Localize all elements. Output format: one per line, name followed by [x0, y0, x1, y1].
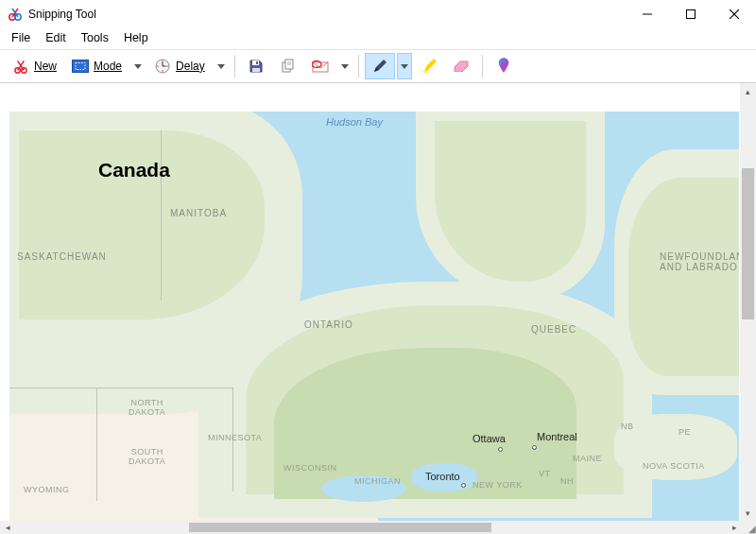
mode-button[interactable]: Mode [65, 53, 129, 79]
toolbar-sep-3 [482, 55, 483, 78]
map-nh-label: NH [560, 476, 574, 486]
svg-rect-22 [252, 68, 260, 72]
new-label: New [34, 60, 57, 73]
window-controls [626, 0, 756, 28]
city-toronto-label: Toronto [425, 471, 460, 482]
city-dot-toronto [461, 483, 466, 488]
mode-label: Mode [94, 60, 122, 73]
mode-icon [72, 58, 89, 75]
map-maine-label: MAINE [573, 454, 602, 463]
scroll-up-icon[interactable]: ▴ [740, 83, 756, 99]
copy-icon [280, 58, 297, 75]
scissors-icon [12, 58, 29, 75]
window-title: Snipping Tool [28, 8, 96, 21]
scroll-right-icon[interactable]: ▸ [727, 521, 743, 534]
mode-dropdown[interactable] [130, 53, 146, 79]
close-button[interactable] [713, 0, 756, 28]
send-button[interactable] [305, 53, 335, 79]
svg-point-17 [162, 60, 163, 61]
toolbar: New Mode Delay [0, 49, 756, 83]
map-hudson-label: Hudson Bay [326, 116, 383, 128]
save-icon [248, 58, 265, 75]
map-vt-label: VT [539, 469, 551, 478]
svg-rect-23 [256, 61, 258, 64]
map-ontario-label: ONTARIO [304, 319, 353, 330]
map-michigan-label: MICHIGAN [354, 476, 401, 486]
map-newyork-label: NEW YORK [472, 480, 523, 490]
svg-rect-30 [422, 71, 429, 73]
delay-label: Delay [176, 60, 205, 73]
menu-edit[interactable]: Edit [38, 29, 74, 46]
svg-rect-5 [687, 10, 696, 19]
pen-icon [371, 58, 388, 75]
paint3d-button[interactable] [489, 53, 519, 79]
map-country-label: Canada [98, 159, 170, 181]
svg-rect-12 [73, 60, 89, 73]
map-nfld-label: NEWFOUNDLAN AND LABRADO [660, 251, 739, 272]
hscroll-thumb[interactable] [189, 523, 491, 532]
paint3d-icon [495, 58, 512, 75]
pen-button[interactable] [365, 53, 395, 79]
delay-button[interactable]: Delay [147, 53, 212, 79]
map-wyoming-label: WYOMING [24, 485, 70, 494]
map-wisconsin-label: WISCONSIN [284, 463, 337, 473]
menubar: File Edit Tools Help [0, 28, 756, 49]
clock-icon [154, 58, 171, 75]
toolbar-sep-2 [358, 55, 359, 78]
map-pe-label: PE [679, 427, 691, 437]
delay-dropdown[interactable] [214, 53, 229, 79]
menu-file[interactable]: File [4, 29, 38, 46]
svg-point-20 [157, 65, 158, 66]
pen-dropdown[interactable] [397, 53, 412, 79]
map-sdakota-label: SOUTH DAKOTA [129, 447, 165, 466]
menu-tools[interactable]: Tools [74, 29, 116, 46]
map-minnesota-label: MINNESOTA [208, 433, 262, 442]
svg-point-18 [166, 65, 167, 66]
menu-help[interactable]: Help [116, 29, 156, 46]
city-montreal-label: Montreal [537, 431, 577, 442]
content-area: Canada Hudson Bay MANITOBA SASKATCHEWAN … [0, 83, 756, 521]
map-ns-label: NOVA SCOTIA [643, 461, 705, 471]
eraser-button[interactable] [446, 53, 476, 79]
maximize-button[interactable] [669, 0, 713, 28]
city-ottawa-label: Ottawa [472, 433, 506, 444]
envelope-icon [312, 58, 329, 75]
resize-grip[interactable]: ◢ [743, 521, 756, 534]
map-ndakota-label: NORTH DAKOTA [129, 398, 165, 417]
snip-canvas[interactable]: Canada Hudson Bay MANITOBA SASKATCHEWAN … [9, 112, 739, 521]
map-quebec-label: QUEBEC [531, 324, 576, 335]
titlebar: Snipping Tool [0, 0, 756, 28]
eraser-icon [453, 58, 470, 75]
scroll-down-icon[interactable]: ▾ [740, 505, 756, 521]
map-manitoba-label: MANITOBA [170, 208, 227, 218]
vertical-scrollbar[interactable]: ▴ ▾ [740, 83, 756, 521]
send-dropdown[interactable] [337, 53, 352, 79]
app-icon [8, 7, 23, 22]
scroll-left-icon[interactable]: ◂ [0, 521, 16, 534]
horizontal-scrollbar[interactable]: ◂ ▸ ◢ [0, 521, 756, 534]
copy-button[interactable] [273, 53, 303, 79]
map-sask-label: SASKATCHEWAN [17, 251, 107, 262]
vscroll-thumb[interactable] [742, 168, 754, 319]
map-nb-label: NB [621, 422, 634, 431]
minimize-button[interactable] [626, 0, 669, 28]
highlighter-icon [421, 58, 438, 75]
toolbar-sep-1 [234, 55, 235, 78]
svg-point-19 [162, 70, 163, 71]
city-dot-montreal [532, 445, 537, 450]
highlighter-button[interactable] [414, 53, 444, 79]
new-button[interactable]: New [6, 53, 63, 79]
city-dot-ottawa [498, 447, 503, 452]
save-button[interactable] [241, 53, 271, 79]
